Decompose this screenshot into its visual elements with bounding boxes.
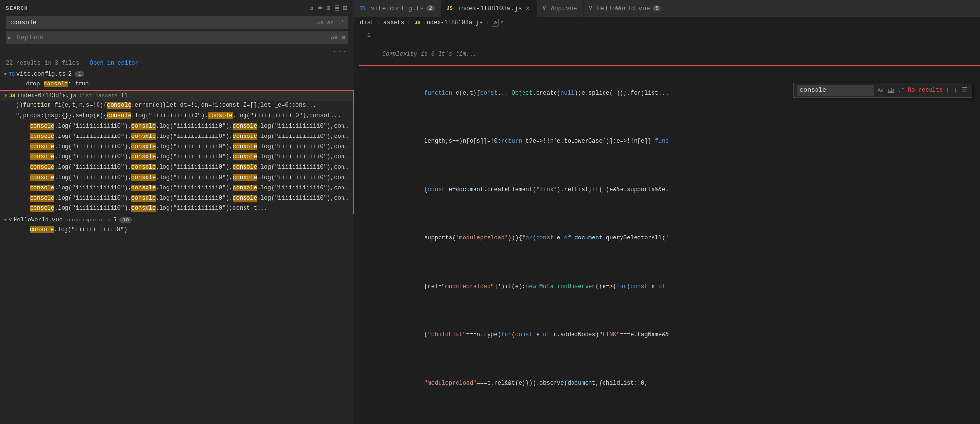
comment-line: Complexity is 6 It's tim... [382,50,976,59]
breadcrumb-sep-3: › [486,19,489,26]
regex-btn[interactable]: .* [336,19,345,27]
breadcrumb-filename[interactable]: index-1f88103a.js [423,19,482,26]
find-match-case-btn[interactable]: Aa [876,86,885,94]
find-input[interactable] [797,85,874,96]
replace-toggle[interactable]: ▶ [6,34,13,42]
match-line-5[interactable]: console.log("iiiiiiiiiiii0"),console.log… [0,142,353,152]
file-name: vite.config.ts [16,71,65,78]
preserve-case-icon[interactable]: AB [329,35,339,41]
result-count: 2 [68,71,72,78]
vue-tab-icon: V [543,6,546,11]
find-prev-btn[interactable]: ↑ [945,85,950,95]
breadcrumb-dist[interactable]: dist [360,19,374,26]
match-case-btn[interactable]: Aa [315,19,325,27]
match-badge: 10 [119,217,131,223]
find-next-btn[interactable]: ↓ [953,85,959,95]
left-panel: SEARCH ↺ ≡ ⊡ ≣ ⊞ Aa ab .* ▶ AB ⊕ [0,0,354,424]
search-header: SEARCH ↺ ≡ ⊡ ≣ ⊞ Aa ab .* ▶ AB ⊕ [0,0,354,57]
search-title-label: SEARCH [6,5,28,11]
ts-tab-icon: TS [360,6,366,11]
match-line-hw-1[interactable]: console.log("iiiiiiiiiiii0") [0,225,354,235]
tab-index-js[interactable]: JS index-1f88103a.js × [441,0,537,17]
more-options[interactable]: ··· [6,46,348,57]
breadcrumb-r-symbol: ⊙ [492,19,499,27]
results-scroll[interactable]: ▼ TS vite.config.ts 2 1 drop_console: tr… [0,69,354,424]
match-line-10[interactable]: console.log("iiiiiiiiiiii0"),console.log… [0,193,353,204]
match-badge: 1 [75,71,84,77]
tab-app-vue[interactable]: V App.vue [537,0,584,17]
tab-close-btn[interactable]: × [524,4,530,13]
match-line-3[interactable]: console.log("iiiiiiiiiiii0"),console.log… [0,121,353,132]
code-line-4: supports("modulepreload"))){for(const e … [382,223,976,253]
tab-helloworld[interactable]: V HelloWorld.vue 5 [584,0,668,17]
match-line-2[interactable]: ",props:{msg:{}},setup(e){console.log("i… [0,111,353,121]
match-line[interactable]: drop_console: true, [0,79,354,89]
find-regex-btn[interactable]: .* [897,86,906,94]
code-line-7: "modulepreload"===e.rel&&t(e)})).observe… [382,368,976,398]
file-header-helloworld[interactable]: ▼ V HelloWorld.vue src\components 5 10 [0,215,354,225]
tab-label: App.vue [551,5,577,12]
file-header-index-js[interactable]: ▼ JS index-67183d1a.js dist1\assets 11 [0,91,353,101]
match-line-7[interactable]: console.log("iiiiiiiiiiii0"),console.log… [0,162,353,172]
find-no-results: No results [908,87,943,94]
expand-all-icon[interactable]: ≣ [335,4,339,12]
breadcrumb-sep-2: › [407,19,410,26]
file-group-vite-config: ▼ TS vite.config.ts 2 1 drop_console: tr… [0,69,354,89]
breadcrumb-assets[interactable]: assets [383,19,404,26]
breadcrumb-r[interactable]: r [501,19,504,26]
tab-label: HelloWorld.vue [597,5,650,12]
search-input-icons: Aa ab .* [313,19,347,27]
collapse-all-icon[interactable]: ≡ [318,4,322,12]
match-line-1[interactable]: ))function fi(e,t,n,s=!0){console.error(… [0,101,353,111]
tab-label: index-1f88103a.js [457,5,522,12]
js-tab-icon: JS [447,6,453,11]
new-search-icon[interactable]: ⊞ [343,4,348,12]
results-summary: 22 results in 3 files - Open in editor [0,57,354,69]
code-line-8: subtree:!0}}function t(e){if(e.ep)return… [382,417,976,424]
search-input-row: Aa ab .* [6,16,348,29]
tabs-bar: TS vite.config.ts 2 JS index-1f88103a.js… [354,0,980,17]
chevron-icon: ▼ [4,72,7,77]
open-in-editor-link[interactable]: Open in editor [90,60,139,67]
file-group-index-js: ▼ JS index-67183d1a.js dist1\assets 11 )… [0,90,354,214]
results-count: 22 results in 3 files [6,60,79,67]
code-line-6: ("childList"===n.type)for(const e of n.a… [382,320,976,350]
match-line-4[interactable]: console.log("iiiiiiiiiiii0"),console.log… [0,132,353,142]
match-line-9[interactable]: console.log("iiiiiiiiiiii0"),console.log… [0,183,353,193]
code-line-2: length;s++)n[o[s]]=!0;return t?e=>!!n[e.… [382,127,976,156]
ts-icon: TS [9,72,15,77]
result-count: 11 [121,92,128,99]
search-input[interactable] [6,17,313,29]
replace-row: ▶ AB ⊕ [6,31,348,44]
match-line-6[interactable]: console.log("iiiiiiiiiiii0"),console.log… [0,152,353,162]
clear-results-icon[interactable]: ⊡ [327,4,331,12]
find-widget: Aa ab .* No results ↑ ↓ ☰ [793,83,972,98]
replace-input[interactable] [13,32,329,44]
right-panel: TS vite.config.ts 2 JS index-1f88103a.js… [354,0,980,424]
search-title-icons: ↺ ≡ ⊡ ≣ ⊞ [310,4,348,12]
tab-vite-config[interactable]: TS vite.config.ts 2 [354,0,441,17]
code-line-3: {const e=document.createElement("link").… [382,175,976,204]
find-widget-icons: Aa ab .* [876,86,906,94]
vue-tab-icon: V [589,6,592,11]
result-count: 5 [113,217,116,223]
breadcrumb-js-icon: JS [414,20,420,26]
match-word-btn[interactable]: ab [326,19,335,27]
tab-label: vite.config.ts [371,5,424,12]
breadcrumb: dist › assets › JS index-1f88103a.js › ⊙… [354,17,980,29]
search-title-row: SEARCH ↺ ≡ ⊡ ≣ ⊞ [6,4,348,12]
find-close-btn[interactable]: ☰ [961,85,969,95]
vue-icon: V [9,218,12,223]
match-line-8[interactable]: console.log("iiiiiiiiiiii0"),console.log… [0,173,353,183]
file-name: index-67183d1a.js [17,92,76,99]
file-header-vite-config[interactable]: ▼ TS vite.config.ts 2 1 [0,69,354,79]
match-line-11[interactable]: console.log("iiiiiiiiiiii0"),console.log… [0,204,353,214]
find-match-word-btn[interactable]: ab [886,86,896,94]
refresh-icon[interactable]: ↺ [310,4,314,12]
tab-badge: 2 [426,5,435,11]
chevron-icon: ▼ [4,218,7,223]
file-name: HelloWorld.vue [14,217,63,223]
file-path: src\components [65,217,110,223]
chevron-icon: ▼ [4,93,7,99]
replace-all-icon[interactable]: ⊕ [340,34,347,42]
